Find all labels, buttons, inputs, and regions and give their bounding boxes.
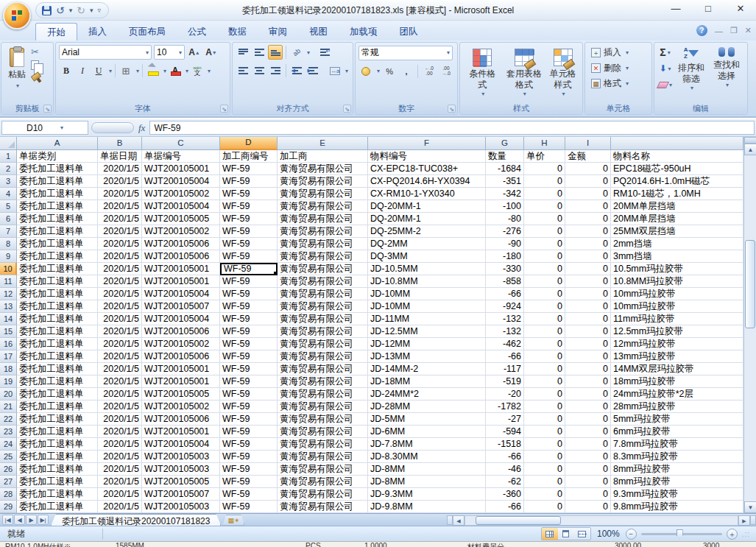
cell-G21[interactable]: -1782 <box>486 400 524 413</box>
find-select-button[interactable]: 查找和选择▾ <box>710 45 743 101</box>
clear-icon[interactable]: ▾ <box>657 77 673 92</box>
cell-G27[interactable]: -62 <box>486 476 524 488</box>
cell-I23[interactable]: 0 <box>565 426 611 438</box>
cell-I21[interactable]: 0 <box>565 400 611 413</box>
cell-H27[interactable]: 0 <box>524 476 565 488</box>
cell-G14[interactable]: -132 <box>486 313 524 325</box>
cell-C29[interactable]: WJT200105003 <box>142 501 220 513</box>
cell-G4[interactable]: -342 <box>486 188 524 200</box>
cell-B11[interactable]: 2020/1/5 <box>98 275 142 288</box>
cell-B16[interactable]: 2020/1/5 <box>98 338 142 350</box>
cell-H10[interactable]: 0 <box>524 263 565 275</box>
row-header-25[interactable]: 25 <box>0 451 17 463</box>
cell-I10[interactable]: 0 <box>565 263 611 275</box>
help-icon[interactable]: ? <box>696 25 707 36</box>
phonetic-guide-icon[interactable]: wén文 <box>194 66 202 77</box>
cell-B25[interactable]: 2020/1/5 <box>98 451 142 463</box>
cell-F23[interactable]: JD-6MM <box>368 426 486 438</box>
cell-F9[interactable]: DQ-3MM <box>368 250 486 263</box>
cell-C9[interactable]: WJT200105006 <box>142 250 220 263</box>
cell-G25[interactable]: -66 <box>486 451 524 463</box>
number-dialog-launcher-icon[interactable]: ⇘ <box>448 105 456 113</box>
tab-公式[interactable]: 公式 <box>177 23 217 40</box>
row-header-14[interactable]: 14 <box>0 313 17 325</box>
cell-H4[interactable]: 0 <box>524 188 565 200</box>
cell-H19[interactable]: 0 <box>524 375 565 388</box>
name-box-dropdown-icon[interactable]: ▾ <box>60 124 63 131</box>
cell-D10[interactable]: WF-59 <box>220 263 278 275</box>
cell-E28[interactable]: 黄海贸易有限公司 <box>278 488 368 501</box>
cell-D14[interactable]: WF-59 <box>220 313 278 325</box>
cell-E6[interactable]: 黄海贸易有限公司 <box>278 213 368 225</box>
cell-B13[interactable]: 2020/1/5 <box>98 300 142 313</box>
cell-J13[interactable]: 10mm玛拉胶带 <box>611 300 743 313</box>
cell-F19[interactable]: JD-18MM <box>368 375 486 388</box>
cell-G26[interactable]: -46 <box>486 463 524 476</box>
cell-A5[interactable]: 委托加工退料单 <box>17 200 98 213</box>
format-cells-button[interactable]: ▦格式▾ <box>591 76 649 91</box>
cell-D23[interactable]: WF-59 <box>220 426 278 438</box>
cell-D4[interactable]: WF-59 <box>220 188 278 200</box>
fill-color-icon[interactable] <box>148 66 158 76</box>
cell-C12[interactable]: WJT200105004 <box>142 288 220 300</box>
cell-E26[interactable]: 黄海贸易有限公司 <box>278 463 368 476</box>
cell-D21[interactable]: WF-59 <box>220 400 278 413</box>
cell-H20[interactable]: 0 <box>524 388 565 400</box>
cell-I8[interactable]: 0 <box>565 238 611 250</box>
page-layout-view-icon[interactable] <box>558 528 574 540</box>
cell-H25[interactable]: 0 <box>524 451 565 463</box>
cell-G28[interactable]: -360 <box>486 488 524 501</box>
row-header-21[interactable]: 21 <box>0 400 17 413</box>
maximize-button[interactable]: □ <box>697 3 719 14</box>
cell-A3[interactable]: 委托加工退料单 <box>17 175 98 188</box>
cell-D13[interactable]: WF-59 <box>220 300 278 313</box>
cell-E16[interactable]: 黄海贸易有限公司 <box>278 338 368 350</box>
cell-J17[interactable]: 13mm玛拉胶带 <box>611 350 743 363</box>
cell-F2[interactable]: CX-EPC18-TUC038+ <box>368 163 486 175</box>
row-header-11[interactable]: 11 <box>0 275 17 288</box>
cell-A17[interactable]: 委托加工退料单 <box>17 350 98 363</box>
column-header-H[interactable]: H <box>524 137 565 150</box>
row-header-13[interactable]: 13 <box>0 300 17 313</box>
cell-B24[interactable]: 2020/1/5 <box>98 438 142 451</box>
cell-C6[interactable]: WJT200105005 <box>142 213 220 225</box>
cell-C25[interactable]: WJT200105003 <box>142 451 220 463</box>
cell-C1[interactable]: 单据编号 <box>142 150 220 163</box>
align-left-icon[interactable] <box>236 63 250 78</box>
cell-F29[interactable]: JD-9.8MM <box>368 501 486 513</box>
row-header-9[interactable]: 9 <box>0 250 17 263</box>
align-top-icon[interactable] <box>236 45 250 60</box>
cell-B9[interactable]: 2020/1/5 <box>98 250 142 263</box>
cell-E20[interactable]: 黄海贸易有限公司 <box>278 388 368 400</box>
cell-F18[interactable]: JD-14MM-2 <box>368 363 486 375</box>
cell-D18[interactable]: WF-59 <box>220 363 278 375</box>
cell-A28[interactable]: 委托加工退料单 <box>17 488 98 501</box>
cell-D28[interactable]: WF-59 <box>220 488 278 501</box>
cell-B28[interactable]: 2020/1/5 <box>98 488 142 501</box>
cell-F3[interactable]: CX-PQ2014.6H-YX0394 <box>368 175 486 188</box>
zoom-out-icon[interactable]: − <box>626 529 637 540</box>
cell-B23[interactable]: 2020/1/5 <box>98 426 142 438</box>
cell-E21[interactable]: 黄海贸易有限公司 <box>278 400 368 413</box>
cell-E10[interactable]: 黄海贸易有限公司 <box>278 263 368 275</box>
cell-I16[interactable]: 0 <box>565 338 611 350</box>
minimize-button[interactable]: — <box>665 3 687 14</box>
cell-F4[interactable]: CX-RM10-1-YX0340 <box>368 188 486 200</box>
cell-B17[interactable]: 2020/1/5 <box>98 350 142 363</box>
align-bottom-icon[interactable] <box>268 45 283 60</box>
row-header-19[interactable]: 19 <box>0 375 17 388</box>
orientation-icon[interactable]: ab <box>289 45 304 60</box>
cell-J26[interactable]: 8mm玛拉胶带 <box>611 463 743 476</box>
row-header-15[interactable]: 15 <box>0 325 17 338</box>
cell-F26[interactable]: JD-8MM <box>368 463 486 476</box>
cell-B5[interactable]: 2020/1/5 <box>98 200 142 213</box>
cell-A8[interactable]: 委托加工退料单 <box>17 238 98 250</box>
cell-H23[interactable]: 0 <box>524 426 565 438</box>
tab-视图[interactable]: 视图 <box>298 23 339 40</box>
cell-F24[interactable]: JD-7.8MM <box>368 438 486 451</box>
cell-J2[interactable]: EPC18磁芯-950uH <box>611 163 743 175</box>
zoom-level[interactable]: 100% <box>597 529 620 539</box>
cell-E13[interactable]: 黄海贸易有限公司 <box>278 300 368 313</box>
cell-F17[interactable]: JD-13MM <box>368 350 486 363</box>
cell-J3[interactable]: PQ2014.6H-1.0mH磁芯 <box>611 175 743 188</box>
